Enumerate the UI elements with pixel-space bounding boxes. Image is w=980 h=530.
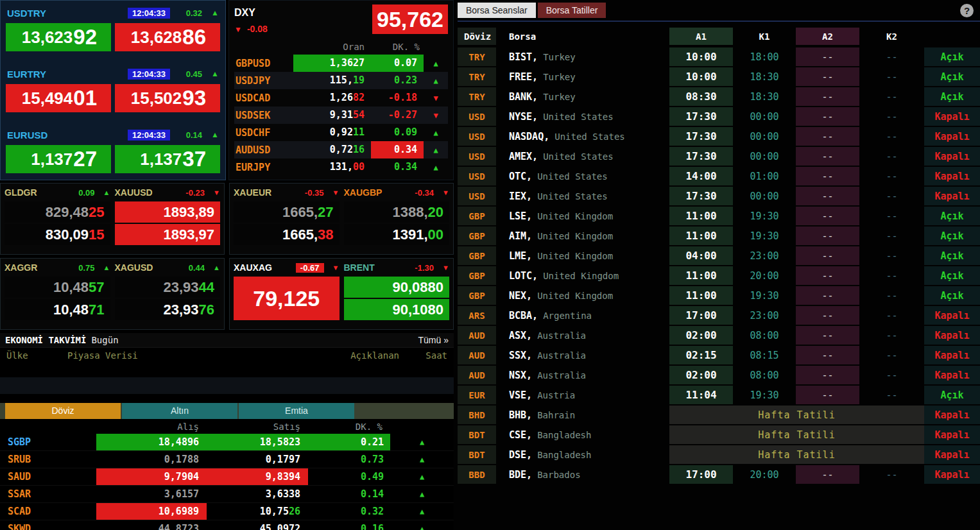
price-cell[interactable]: 90,1080 bbox=[344, 299, 450, 320]
exchange-country: Barbados bbox=[537, 470, 580, 480]
close-time-k1: 18:30 bbox=[733, 67, 796, 86]
session-row-aim[interactable]: GBPAIM,United Kingdom11:0019:30----Açık bbox=[458, 227, 980, 245]
exchange-country: United States bbox=[537, 191, 608, 201]
sessions-panel: Borsa Seanslar Borsa Tatiller ? Döviz Bo… bbox=[454, 0, 980, 530]
dxy-row-audusd[interactable]: AUDUSD0,72160.34▲ bbox=[234, 141, 448, 158]
session-row-bde[interactable]: BBDBDE,Barbados17:0020:00----Kapalı bbox=[458, 465, 980, 484]
oran-value: 1,3627 bbox=[293, 55, 371, 72]
price-cell[interactable]: 79,125 bbox=[234, 277, 340, 320]
session-row-lme[interactable]: GBPLME,United Kingdom04:0023:00----Açık bbox=[458, 246, 980, 265]
pair-symbol: EURJPY bbox=[234, 162, 293, 173]
dxy-row-usdjpy[interactable]: USDJPY115,190.23▲ bbox=[234, 72, 448, 89]
session-row-iex[interactable]: USDIEX,United States17:3000:00----Kapalı bbox=[458, 187, 980, 205]
price-cell[interactable]: 1388,20 bbox=[344, 201, 450, 223]
table-row-ssar[interactable]: SSAR3,61573,63380.14▲ bbox=[0, 486, 454, 503]
currency-code: GBP bbox=[458, 266, 496, 285]
session-row-free[interactable]: TRYFREE,Turkey10:0018:30----Açık bbox=[458, 67, 980, 86]
session-row-cse[interactable]: BDTCSE,BangladeshHafta TatiliKapalı bbox=[458, 425, 980, 444]
exchange-country: Australia bbox=[537, 350, 586, 361]
session-row-vse[interactable]: EURVSE,Austria11:0419:30----Açık bbox=[458, 386, 980, 404]
exchange-name: OTC,United States bbox=[500, 167, 669, 185]
table-row-scad[interactable]: SCAD10,698910,75260.32▲ bbox=[0, 503, 454, 520]
up-arrow-icon: ▲ bbox=[424, 163, 448, 172]
session-row-bist[interactable]: TRYBIST,Turkey10:0018:00----Açık bbox=[458, 47, 980, 66]
quote-group: GLDGR0.09▲829,4825830,0915XAUUSD-0.23▼18… bbox=[0, 183, 225, 255]
help-icon[interactable]: ? bbox=[960, 4, 974, 17]
bid-price-cell[interactable]: 15,49401 bbox=[6, 84, 111, 112]
currency-code: USD bbox=[458, 147, 496, 166]
price-cell[interactable]: 10,4871 bbox=[4, 299, 110, 320]
table-row-saud[interactable]: SAUD9,79049,83940.49▲ bbox=[0, 468, 454, 486]
col-aciklanan: Açıklanan bbox=[309, 350, 399, 361]
price-cell[interactable]: 830,0915 bbox=[4, 224, 110, 245]
status-badge: Kapalı bbox=[924, 445, 980, 464]
table-row-srub[interactable]: SRUB0,17880,17970.73▲ bbox=[0, 451, 454, 468]
bid-price-cell[interactable]: 13,62392 bbox=[6, 23, 111, 51]
session-row-lse[interactable]: GBPLSE,United Kingdom11:0019:30----Açık bbox=[458, 207, 980, 225]
down-arrow-icon: ▼ bbox=[324, 189, 340, 196]
currency-code: USD bbox=[458, 187, 496, 205]
up-arrow-icon: ▲ bbox=[424, 146, 448, 155]
open-time-a1: 02:15 bbox=[669, 346, 733, 364]
session-row-lotc[interactable]: GBPLOTC,United Kingdom11:0020:00----Açık bbox=[458, 266, 980, 285]
down-arrow-icon: ▼ bbox=[434, 264, 449, 271]
price-cell[interactable]: 1391,00 bbox=[344, 224, 450, 245]
session-row-bank[interactable]: TRYBANK,Turkey08:3018:30----Açık bbox=[458, 87, 980, 106]
ask-price-cell[interactable]: 15,50293 bbox=[115, 84, 220, 112]
price-cell[interactable]: 1893,89 bbox=[115, 201, 221, 223]
price-cell[interactable]: 23,9376 bbox=[115, 299, 221, 320]
currency-code: USD bbox=[458, 167, 496, 185]
exchange-name: BDE,Barbados bbox=[500, 465, 669, 484]
exchange-name: SSX,Australia bbox=[500, 346, 669, 364]
open-time-a1: 17:30 bbox=[669, 127, 733, 146]
tab-borsa-seanslar[interactable]: Borsa Seanslar bbox=[458, 3, 536, 18]
session-row-nasdaq[interactable]: USDNASDAQ,United States17:3000:00----Kap… bbox=[458, 127, 980, 146]
price-cell[interactable]: 1665,38 bbox=[234, 224, 340, 245]
bid-ask-row: 15,4940115,50293 bbox=[4, 84, 221, 112]
price-cell[interactable]: 1665,27 bbox=[234, 201, 340, 223]
session-row-nsx[interactable]: AUDNSX,Australia02:0008:00----Kapalı bbox=[458, 366, 980, 384]
bottom-tab-2[interactable]: Emtia bbox=[239, 403, 354, 419]
price-cell[interactable]: 90,0880 bbox=[344, 277, 450, 298]
dxy-row-usdsek[interactable]: USDSEK9,3154-0.27▼ bbox=[234, 107, 448, 124]
exchange-country: United Kingdom bbox=[543, 271, 619, 281]
dxy-row-eurjpy[interactable]: EURJPY131,000.34▲ bbox=[234, 158, 448, 176]
dxy-index-value[interactable]: 95,762 bbox=[372, 4, 448, 34]
quote-box-xagusd: XAGUSD0.44▲23,934423,9376 bbox=[115, 262, 221, 326]
close-time-k2: -- bbox=[859, 326, 924, 345]
ask-price-cell[interactable]: 1,13737 bbox=[115, 145, 220, 173]
quote-time-badge: 12:04:33 bbox=[128, 8, 170, 19]
session-row-ssx[interactable]: AUDSSX,Australia02:1508:15----Kapalı bbox=[458, 346, 980, 364]
symbol-label: XAGUSD bbox=[115, 262, 153, 273]
table-row-skwd[interactable]: SKWD44.872345.09720.16▲ bbox=[0, 520, 454, 530]
dxy-row-gbpusd[interactable]: GBPUSD1,36270.07▲ bbox=[234, 55, 448, 72]
price-cell[interactable]: 23,9344 bbox=[115, 277, 221, 298]
price-cell[interactable]: 10,4857 bbox=[4, 277, 110, 298]
change-percent: -1.30 bbox=[415, 263, 434, 273]
close-time-k2: -- bbox=[859, 127, 924, 146]
dxy-row-usdchf[interactable]: USDCHF0,92110.09▲ bbox=[234, 124, 448, 141]
session-row-bhb[interactable]: BHDBHB,BahrainHafta TatiliKapalı bbox=[458, 406, 980, 424]
calendar-all-link[interactable]: Tümü » bbox=[418, 335, 449, 345]
session-row-nex[interactable]: GBPNEX,United Kingdom11:0019:30----Açık bbox=[458, 286, 980, 305]
price-cell[interactable]: 1893,97 bbox=[115, 224, 221, 245]
bottom-tab-0[interactable]: Döviz bbox=[5, 403, 121, 419]
open-time-a2: -- bbox=[796, 207, 859, 225]
bid-price-cell[interactable]: 1,13727 bbox=[6, 145, 111, 173]
exchange-name: CSE,Bangladesh bbox=[500, 425, 669, 444]
bottom-tab-1[interactable]: Altın bbox=[122, 403, 237, 419]
close-time-k1: 20:00 bbox=[733, 465, 796, 484]
economic-calendar: EKONOMİ TAKVİMİ Bugün Tümü » Ülke Piyasa… bbox=[0, 333, 454, 403]
session-row-asx[interactable]: AUDASX,Australia02:0008:00----Kapalı bbox=[458, 326, 980, 345]
session-row-nyse[interactable]: USDNYSE,United States17:3000:00----Kapal… bbox=[458, 107, 980, 126]
session-row-dse[interactable]: BDTDSE,BangladeshHafta TatiliKapalı bbox=[458, 445, 980, 464]
session-row-otc[interactable]: USDOTC,United States14:0001:00----Kapalı bbox=[458, 167, 980, 185]
price-cell[interactable]: 829,4825 bbox=[4, 201, 110, 223]
session-row-amex[interactable]: USDAMEX,United States17:3000:00----Kapal… bbox=[458, 147, 980, 166]
table-row-sgbp[interactable]: SGBP18,489618,58230.21▲ bbox=[0, 434, 454, 451]
tab-borsa-tatiller[interactable]: Borsa Tatiller bbox=[538, 3, 606, 18]
session-row-bcba[interactable]: ARSBCBA,Argentina17:0023:00----Kapalı bbox=[458, 306, 980, 325]
col-ulke: Ülke bbox=[6, 350, 67, 361]
dxy-row-usdcad[interactable]: USDCAD1,2682-0.18▼ bbox=[234, 89, 448, 107]
ask-price-cell[interactable]: 13,62886 bbox=[115, 23, 220, 51]
